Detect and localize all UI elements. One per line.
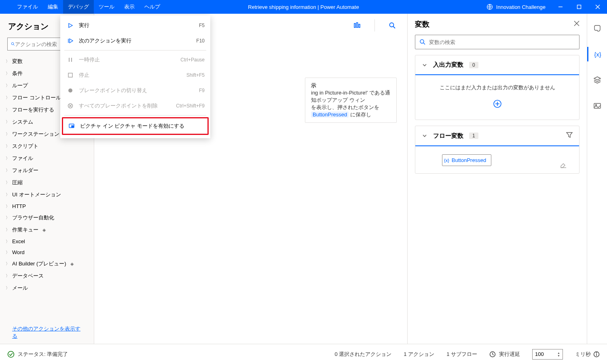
divider <box>374 19 375 32</box>
svg-point-14 <box>420 40 424 43</box>
action-group-label: 作業キュー <box>12 226 38 234</box>
chevron-right-icon: 〉 <box>6 95 10 101</box>
status-ready: ステータス: 準備完了 <box>7 351 68 358</box>
show-more-actions-link[interactable]: その他のアクションを表示する <box>0 321 94 344</box>
action-group-label: Excel <box>12 238 25 244</box>
menu-file[interactable]: ファイル <box>12 0 43 14</box>
menu-debug[interactable]: デバッグ <box>63 0 94 14</box>
menu-item-pip[interactable]: ピクチャ イン ピクチャ モードを有効にする <box>62 117 209 135</box>
close-button[interactable] <box>588 0 607 14</box>
io-section-header[interactable]: 入出力変数 0 <box>415 55 579 75</box>
action-group-label: 変数 <box>12 58 23 65</box>
close-icon[interactable] <box>574 21 580 28</box>
variables-rail-icon[interactable]: {x} <box>587 47 607 61</box>
action-group[interactable]: 〉HTTP <box>0 201 94 212</box>
chevron-right-icon: 〉 <box>6 215 10 221</box>
menu-item-shortcut: Ctrl+Pause <box>180 57 205 63</box>
delay-value-input[interactable] <box>535 351 554 357</box>
stop-icon <box>66 72 75 78</box>
environment-badge[interactable]: Innovation Challenge <box>481 4 551 10</box>
action-group[interactable]: 〉スクリプト <box>0 140 94 152</box>
svg-point-5 <box>11 42 14 45</box>
add-variable-button[interactable] <box>422 99 573 111</box>
chevron-right-icon: 〉 <box>6 261 10 267</box>
chevron-right-icon: 〉 <box>6 168 10 173</box>
svg-line-6 <box>13 44 15 46</box>
info-icon[interactable] <box>593 351 600 358</box>
bp-icon <box>66 88 75 93</box>
filter-icon[interactable] <box>566 132 573 140</box>
actions-count: 1 アクション <box>404 351 434 358</box>
action-group[interactable]: 〉Excel <box>0 236 94 247</box>
io-section-title: 入出力変数 <box>433 61 463 69</box>
globe-icon <box>486 4 493 10</box>
window-title: Retrieve shipping information | Power Au… <box>248 4 359 10</box>
menu-item-stop: 停止Shift+F5 <box>60 67 210 83</box>
action-group[interactable]: 〉メール <box>0 282 94 294</box>
delay-input[interactable]: ▲▼ <box>532 349 563 360</box>
flow-section-header[interactable]: フロー変数 1 <box>415 126 579 146</box>
menu-item-label: 一時停止 <box>79 56 180 63</box>
svg-marker-21 <box>594 77 601 80</box>
svg-line-15 <box>423 43 425 44</box>
svg-point-28 <box>596 352 596 353</box>
play-icon <box>66 23 75 28</box>
copilot-icon[interactable] <box>587 21 607 36</box>
search-icon <box>419 39 426 45</box>
chevron-right-icon: 〉 <box>6 107 10 113</box>
action-group[interactable]: 〉作業キュー◈ <box>0 224 94 236</box>
chevron-right-icon: 〉 <box>6 83 10 88</box>
images-icon[interactable] <box>587 99 607 113</box>
data-icon[interactable] <box>349 18 365 33</box>
action-group-label: ブラウザー自動化 <box>12 214 54 221</box>
variables-search[interactable] <box>415 35 580 49</box>
menu-edit[interactable]: 編集 <box>43 0 63 14</box>
action-group[interactable]: 〉ファイル <box>0 152 94 164</box>
chevron-down-icon <box>422 133 427 139</box>
svg-rect-8 <box>357 23 358 27</box>
spinner-icon[interactable]: ▲▼ <box>557 351 560 357</box>
action-group-label: スクリプト <box>12 143 38 150</box>
menu-tools[interactable]: ツール <box>94 0 119 14</box>
io-section-body: ここにはまだ入力または出力の変数がありません <box>415 75 579 120</box>
menu-help[interactable]: ヘルプ <box>140 0 165 14</box>
chevron-right-icon: 〉 <box>6 180 10 185</box>
action-group-label: HTTP <box>12 203 26 209</box>
premium-icon: ◈ <box>70 261 74 267</box>
menu-item-play[interactable]: 実行F5 <box>60 18 210 33</box>
menu-item-label: すべてのブレークポイントを削除 <box>79 102 176 109</box>
menu-item-bp: ブレークポイントの切り替えF9 <box>60 83 210 98</box>
layers-icon[interactable] <box>587 73 607 87</box>
svg-point-24 <box>8 351 14 357</box>
chevron-right-icon: 〉 <box>6 131 10 137</box>
menu-view[interactable]: 表示 <box>119 0 140 14</box>
flow-action-card[interactable]: 示 ing in Picture-in-Picture!' である通知ポップアッ… <box>305 78 397 123</box>
maximize-button[interactable] <box>570 0 588 14</box>
menu-item-label: 次のアクションを実行 <box>79 37 196 44</box>
chevron-right-icon: 〉 <box>6 192 10 198</box>
minimize-button[interactable] <box>551 0 570 14</box>
action-group[interactable]: 〉データベース <box>0 270 94 282</box>
io-count-badge: 0 <box>469 62 478 68</box>
svg-point-23 <box>595 105 596 106</box>
action-group[interactable]: 〉Word <box>0 247 94 258</box>
action-group[interactable]: 〉圧縮 <box>0 177 94 189</box>
chevron-right-icon: 〉 <box>6 204 10 209</box>
variables-search-input[interactable] <box>429 39 575 45</box>
chevron-down-icon <box>422 62 427 68</box>
flow-variable-chip[interactable]: {x} ButtonPressed <box>442 154 491 166</box>
variable-icon: {x} <box>444 158 449 163</box>
menu-item-bpdel: すべてのブレークポイントを削除Ctrl+Shift+F9 <box>60 98 210 114</box>
io-empty-text: ここにはまだ入力または出力の変数がありません <box>422 84 573 91</box>
action-group[interactable]: 〉AI Builder (プレビュー)◈ <box>0 258 94 270</box>
card-text: を表示し、押されたボタンを <box>311 104 379 110</box>
menu-item-step[interactable]: 次のアクションを実行F10 <box>60 33 210 48</box>
eraser-icon[interactable] <box>560 161 567 169</box>
action-group-label: ループ <box>12 82 28 89</box>
action-group[interactable]: 〉フォルダー <box>0 164 94 177</box>
chevron-right-icon: 〉 <box>6 239 10 244</box>
action-group[interactable]: 〉UI オートメーション <box>0 189 94 201</box>
search-icon[interactable] <box>385 18 400 33</box>
action-group[interactable]: 〉ブラウザー自動化 <box>0 212 94 224</box>
flow-section-title: フロー変数 <box>433 132 463 140</box>
